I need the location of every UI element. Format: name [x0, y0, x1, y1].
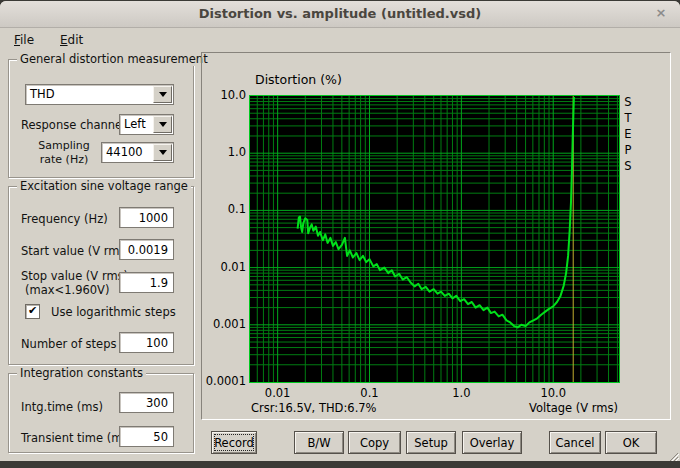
setup-button[interactable]: Setup [406, 431, 456, 454]
title-bar[interactable]: Distortion vs. amplitude (untitled.vsd) … [0, 1, 680, 28]
response-channel-label: Response channel [21, 118, 125, 132]
start-value-label: Start value (V rms) [21, 244, 130, 258]
y-tick-label: 10.0 [196, 88, 246, 102]
y-tick-label: 0.1 [196, 202, 246, 216]
screen: Distortion vs. amplitude (untitled.vsd) … [0, 0, 680, 468]
log-steps-label: Use logarithmic steps [51, 305, 176, 319]
ok-button[interactable]: OK [605, 431, 657, 454]
distortion-plot[interactable] [249, 95, 620, 383]
group-general-distortion: General distortion measurement THD Respo… [8, 59, 194, 178]
chevron-down-icon[interactable] [153, 86, 172, 103]
frequency-label: Frequency (Hz) [21, 212, 108, 226]
y-tick-label: 0.0001 [196, 374, 246, 388]
window-bottom-edge [0, 461, 680, 468]
measurement-value: THD [30, 87, 55, 101]
group-general-legend: General distortion measurement [17, 52, 211, 66]
window-title: Distortion vs. amplitude (untitled.vsd) [0, 6, 680, 21]
group-excitation-legend: Excitation sine voltage range [17, 179, 191, 193]
x-tick-label: 10.0 [531, 386, 575, 400]
start-value-input[interactable]: 0.0019 [119, 239, 174, 260]
menu-bar: File Edit [0, 28, 680, 52]
group-integration: Integration constants Intg.time (ms) 300… [8, 373, 194, 453]
intg-time-input[interactable]: 300 [119, 392, 174, 413]
x-tick-label: 0.01 [256, 386, 300, 400]
measurement-select[interactable]: THD [25, 84, 174, 105]
cancel-button[interactable]: Cancel [549, 431, 601, 454]
close-icon[interactable]: × [653, 5, 669, 21]
y-tick-label: 1.0 [196, 145, 246, 159]
bw-button[interactable]: B/W [294, 431, 344, 454]
menu-file[interactable]: File [10, 31, 38, 49]
number-of-steps-input[interactable]: 100 [119, 332, 174, 353]
steps-axis-label: STEPS [621, 94, 635, 174]
x-axis-title: Voltage (V rms) [500, 401, 618, 415]
group-excitation: Excitation sine voltage range Frequency … [8, 186, 194, 365]
sampling-rate-value: 44100 [106, 145, 143, 159]
stop-value-label: Stop value (V rms) [21, 269, 128, 283]
record-button[interactable]: Record [211, 431, 257, 454]
x-tick-label: 0.1 [348, 386, 392, 400]
sampling-rate-label: Sampling rate (Hz) [31, 139, 97, 167]
number-of-steps-label: Number of steps [21, 337, 116, 351]
y-tick-label: 0.01 [196, 260, 246, 274]
x-tick-label: 1.0 [439, 386, 483, 400]
group-integration-legend: Integration constants [17, 366, 146, 380]
chevron-down-icon[interactable] [153, 116, 172, 133]
log-steps-checkbox[interactable]: ✔ [25, 304, 40, 319]
transient-time-input[interactable]: 50 [119, 426, 174, 447]
transient-time-label: Transient time (ms) [21, 431, 133, 445]
response-channel-value: Left [124, 117, 146, 131]
stop-value-note: (max<1.960V) [25, 283, 109, 297]
menu-edit[interactable]: Edit [56, 31, 87, 49]
stop-value-input[interactable]: 1.9 [119, 272, 174, 293]
sampling-rate-select[interactable]: 44100 [101, 142, 174, 163]
plot-title: Distortion (%) [255, 72, 342, 87]
response-channel-select[interactable]: Left [119, 114, 174, 135]
copy-button[interactable]: Copy [348, 431, 401, 454]
chevron-down-icon[interactable] [153, 144, 172, 161]
dialog-window: Distortion vs. amplitude (untitled.vsd) … [0, 1, 680, 461]
overlay-button[interactable]: Overlay [462, 431, 522, 454]
y-tick-label: 0.001 [196, 317, 246, 331]
intg-time-label: Intg.time (ms) [21, 400, 103, 414]
cursor-readout: Crsr:16.5V, THD:6.7% [251, 401, 377, 415]
frequency-input[interactable]: 1000 [119, 207, 174, 228]
